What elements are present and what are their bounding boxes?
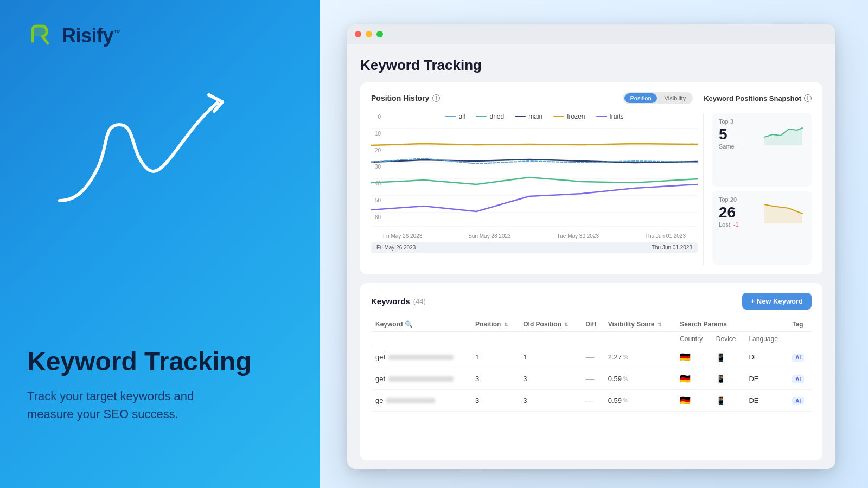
window-close-dot[interactable] <box>355 31 361 37</box>
keywords-title: Keywords (44) <box>371 297 426 306</box>
col-old-position[interactable]: Old Position ⇅ <box>519 317 581 332</box>
col-country: Country <box>675 332 712 346</box>
diff-cell: — <box>581 346 603 368</box>
bottom-text: Keyword Tracking Track your target keywo… <box>27 346 304 423</box>
position-toggle-option[interactable]: Position <box>624 93 656 103</box>
language-cell: DE <box>744 368 788 390</box>
country-cell: 🇩🇪 <box>675 346 712 368</box>
page-title: Keyword Tracking <box>360 57 822 74</box>
position-history-title: Position History i <box>371 94 440 102</box>
snapshot-title: Keyword Positions Snapshot i <box>704 94 812 102</box>
range-start: Fri May 26 2023 <box>376 245 416 251</box>
keywords-section: Keywords (44) + New Keyword Keyword 🔍 <box>360 283 822 460</box>
position-cell: 1 <box>471 346 519 368</box>
chart-x-axis: Fri May 26 2023 Sun May 28 2023 Tue May … <box>371 231 698 239</box>
keywords-header: Keywords (44) + New Keyword <box>371 293 812 310</box>
keyword-blur <box>388 355 454 360</box>
table-row: gef 1 1 — 2.27% 🇩🇪 <box>371 346 812 368</box>
device-cell: 📱 <box>712 368 745 390</box>
snapshot-top20-chart <box>762 196 805 223</box>
logo-icon <box>27 22 55 50</box>
table-row: get 3 3 — 0.59% 🇩🇪 <box>371 368 812 390</box>
tag-cell: Al <box>788 368 812 390</box>
app-window: Keyword Tracking Position History i Posi… <box>347 24 835 469</box>
window-content: Keyword Tracking Position History i Posi… <box>347 44 835 469</box>
right-panel: Keyword Tracking Position History i Posi… <box>320 0 868 488</box>
col-position[interactable]: Position ⇅ <box>471 317 519 332</box>
snapshot-info-icon[interactable]: i <box>804 94 812 102</box>
subtext: Track your target keywords andmeasure yo… <box>27 387 304 423</box>
window-titlebar <box>347 24 835 44</box>
logo-text: Risify™ <box>62 24 121 47</box>
snapshot-top3-label: Top 3 <box>719 118 757 125</box>
tag-cell: Al <box>788 390 812 412</box>
arrow-graphic <box>43 81 260 233</box>
keywords-table: Keyword 🔍 Position ⇅ Old Position ⇅ <box>371 317 812 412</box>
col-visibility[interactable]: Visibility Score ⇅ <box>604 317 675 332</box>
snapshot-top20-number: 26 <box>719 205 757 220</box>
window-minimize-dot[interactable] <box>366 31 372 37</box>
col-search-params: Search Params <box>675 317 788 332</box>
snapshot-top3-chart <box>762 118 805 145</box>
keywords-count: (44) <box>413 297 426 305</box>
snapshot-top3-number: 5 <box>719 127 757 142</box>
left-panel: Risify™ Keyword Tracking Track your targ… <box>0 0 320 488</box>
chart-and-sidebar: all dried main <box>371 113 812 265</box>
position-cell: 3 <box>471 368 519 390</box>
keyword-cell: gef <box>371 346 471 368</box>
logo-area: Risify™ <box>27 22 293 50</box>
snapshot-top3-left: Top 3 5 Same <box>719 118 757 181</box>
country-cell: 🇩🇪 <box>675 368 712 390</box>
col-device: Device <box>712 332 745 346</box>
chart-container: all dried main <box>371 113 698 265</box>
language-cell: DE <box>744 390 788 412</box>
col-tag: Tag <box>788 317 812 332</box>
snapshot-top20-left: Top 20 26 Lost -1 <box>719 196 757 259</box>
position-history-info-icon[interactable]: i <box>432 94 440 102</box>
visibility-cell: 0.59% <box>604 390 675 412</box>
device-cell: 📱 <box>712 346 745 368</box>
col-language: Language <box>744 332 788 346</box>
position-visibility-toggle[interactable]: Position Visibility <box>623 92 693 104</box>
col-diff: Diff <box>581 317 603 332</box>
legend-frozen: frozen <box>553 113 585 120</box>
chart-svg <box>371 126 698 229</box>
table-row: ge 3 3 — 0.59% 🇩🇪 <box>371 390 812 412</box>
snapshot-top3-sublabel: Same <box>719 143 757 150</box>
diff-cell: — <box>581 390 603 412</box>
snapshot-top20-card: Top 20 26 Lost -1 <box>712 191 812 265</box>
keyword-search-icon[interactable]: 🔍 <box>405 320 413 328</box>
position-history-section: Position History i Position Visibility K… <box>360 82 822 274</box>
snapshot-sidebar: Top 3 5 Same <box>703 113 812 265</box>
diff-cell: — <box>581 368 603 390</box>
visibility-cell: 2.27% <box>604 346 675 368</box>
device-cell: 📱 <box>712 390 745 412</box>
new-keyword-button[interactable]: + New Keyword <box>742 293 812 310</box>
position-cell: 3 <box>471 390 519 412</box>
window-maximize-dot[interactable] <box>376 31 383 37</box>
visibility-cell: 0.59% <box>604 368 675 390</box>
old-position-cell: 1 <box>519 346 581 368</box>
snapshot-top3-card: Top 3 5 Same <box>712 113 812 187</box>
old-position-cell: 3 <box>519 390 581 412</box>
old-position-cell: 3 <box>519 368 581 390</box>
headline: Keyword Tracking <box>27 346 304 376</box>
keyword-cell: get <box>371 368 471 390</box>
date-range-bar[interactable]: Fri May 26 2023 Thu Jun 01 2023 <box>371 242 698 253</box>
legend-all: all <box>445 113 465 120</box>
chart-legend: all dried main <box>371 113 698 120</box>
visibility-toggle-option[interactable]: Visibility <box>659 93 692 103</box>
tag-cell: Al <box>788 346 812 368</box>
legend-fruits: fruits <box>596 113 624 120</box>
snapshot-top20-label: Top 20 <box>719 196 757 203</box>
section-header: Position History i Position Visibility K… <box>371 92 812 104</box>
range-end: Thu Jun 01 2023 <box>652 245 692 251</box>
legend-dried: dried <box>476 113 504 120</box>
keyword-cell: ge <box>371 390 471 412</box>
legend-main: main <box>515 113 542 120</box>
snapshot-top20-sublabel: Lost -1 <box>719 221 757 228</box>
keyword-blur <box>388 376 454 382</box>
language-cell: DE <box>744 346 788 368</box>
col-keyword: Keyword 🔍 <box>371 317 471 332</box>
keyword-blur <box>386 398 435 403</box>
